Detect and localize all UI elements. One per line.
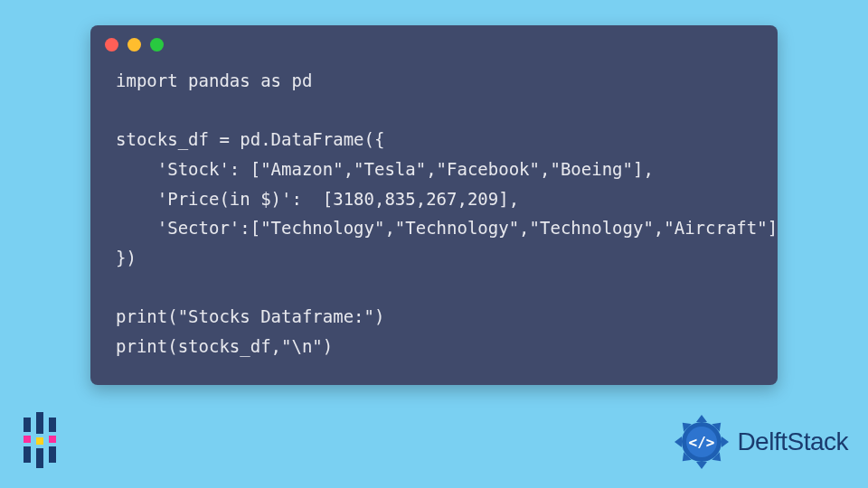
svg-rect-3 [36, 412, 43, 434]
close-icon [105, 38, 118, 52]
gear-badge-icon: </> [672, 412, 731, 472]
svg-rect-7 [49, 436, 56, 443]
svg-marker-11 [722, 436, 729, 447]
svg-rect-6 [49, 418, 56, 432]
svg-text:</>: </> [689, 434, 715, 451]
svg-rect-0 [24, 418, 31, 432]
brand-name: DelftStack [737, 427, 848, 456]
svg-rect-1 [24, 436, 31, 443]
svg-rect-5 [36, 448, 43, 468]
minimize-icon [127, 38, 141, 52]
svg-marker-13 [696, 462, 707, 469]
svg-rect-8 [49, 446, 56, 463]
svg-marker-9 [696, 415, 707, 422]
window-titlebar [90, 25, 778, 61]
svg-rect-2 [24, 446, 31, 463]
svg-marker-15 [675, 436, 682, 447]
logo-left-icon [20, 412, 67, 472]
brand-logo: </> DelftStack [672, 412, 848, 472]
maximize-icon [150, 38, 164, 52]
code-window: import pandas as pd stocks_df = pd.DataF… [90, 25, 778, 385]
svg-rect-4 [36, 437, 43, 445]
code-body: import pandas as pd stocks_df = pd.DataF… [90, 61, 778, 369]
